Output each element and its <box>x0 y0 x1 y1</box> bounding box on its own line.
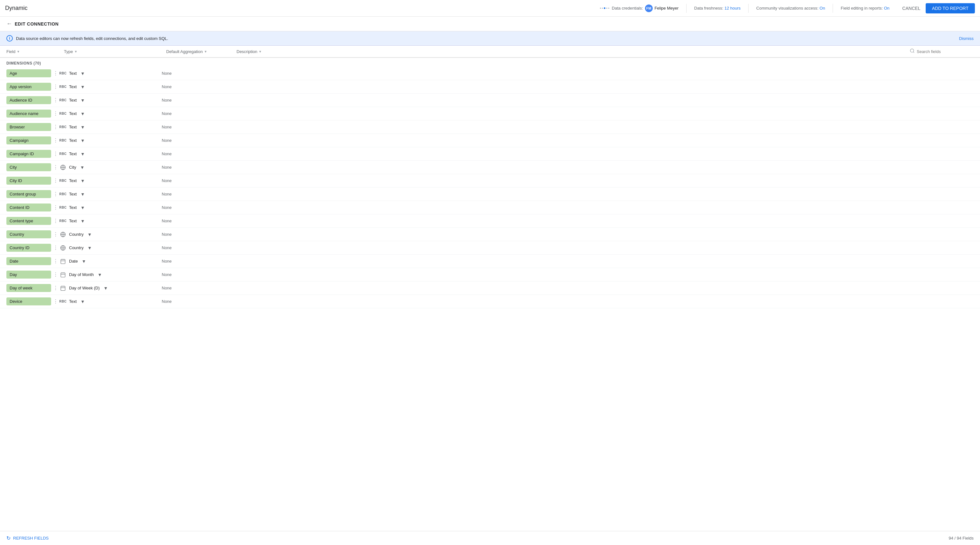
search-input[interactable] <box>917 49 961 54</box>
divider <box>833 4 833 13</box>
type-dropdown-arrow[interactable]: ▼ <box>88 245 92 251</box>
type-dropdown-arrow[interactable]: ▼ <box>103 286 108 291</box>
cancel-button[interactable]: CANCEL <box>897 3 926 13</box>
drag-handle[interactable]: ⋮ <box>53 245 59 251</box>
drag-handle[interactable]: ⋮ <box>53 258 59 264</box>
drag-handle[interactable]: ⋮ <box>53 70 59 76</box>
sort-arrow-agg[interactable]: ▼ <box>204 50 207 53</box>
field-editing-value: On <box>884 6 889 11</box>
type-label: Text <box>69 151 77 156</box>
drag-handle[interactable]: ⋮ <box>53 231 59 237</box>
abc-icon: RBC <box>59 177 67 184</box>
calendar-icon <box>59 284 67 292</box>
type-dropdown-arrow[interactable]: ▼ <box>81 151 85 157</box>
back-icon[interactable]: ← <box>6 21 12 27</box>
agg-col: None <box>162 299 232 304</box>
field-chip: Browser <box>6 123 51 131</box>
dot <box>608 8 609 9</box>
dots-indicator <box>600 7 609 9</box>
field-editing: Field editing in reports: On <box>841 6 889 11</box>
drag-handle[interactable]: ⋮ <box>53 191 59 197</box>
type-dropdown-arrow[interactable]: ▼ <box>81 71 85 76</box>
type-dropdown-arrow[interactable]: ▼ <box>97 272 102 277</box>
table-row: Audience ID ⋮ RBC Text ▼ None <box>0 94 980 107</box>
col-header-desc: Description ▼ <box>237 49 910 54</box>
geo-icon <box>59 245 67 251</box>
dismiss-button[interactable]: Dismiss <box>959 36 974 41</box>
field-chip: Date <box>6 257 51 265</box>
drag-handle[interactable]: ⋮ <box>53 285 59 291</box>
type-dropdown-arrow[interactable]: ▼ <box>81 138 85 143</box>
type-dropdown-arrow[interactable]: ▼ <box>81 98 85 103</box>
agg-col: None <box>162 259 232 264</box>
sort-arrow-field[interactable]: ▼ <box>17 50 20 53</box>
agg-col: None <box>162 138 232 143</box>
type-col: RBC Text ▼ <box>59 204 162 211</box>
agg-col: None <box>162 178 232 183</box>
drag-handle[interactable]: ⋮ <box>53 124 59 130</box>
sort-arrow-desc[interactable]: ▼ <box>259 50 262 53</box>
type-dropdown-arrow[interactable]: ▼ <box>88 232 92 237</box>
fields-count: 94 / 94 Fields <box>949 536 974 540</box>
type-dropdown-arrow[interactable]: ▼ <box>81 192 85 197</box>
type-col: RBC Text ▼ <box>59 177 162 184</box>
drag-handle[interactable]: ⋮ <box>53 84 59 90</box>
drag-handle[interactable]: ⋮ <box>53 97 59 103</box>
drag-handle[interactable]: ⋮ <box>53 151 59 157</box>
type-col: RBC Text ▼ <box>59 298 162 305</box>
type-label: Text <box>69 125 77 129</box>
type-label: Text <box>69 84 77 89</box>
type-col: RBC Text ▼ <box>59 124 162 131</box>
type-label: Country <box>69 232 84 237</box>
refresh-fields-button[interactable]: ↻ REFRESH FIELDS <box>6 535 49 541</box>
drag-handle[interactable]: ⋮ <box>53 299 59 304</box>
type-dropdown-arrow[interactable]: ▼ <box>80 165 84 170</box>
type-dropdown-arrow[interactable]: ▼ <box>81 259 86 264</box>
col-header-type: Type ▼ <box>64 49 166 54</box>
type-label: City <box>69 165 76 170</box>
table-row: City ⋮ City ▼ None <box>0 161 980 174</box>
drag-handle[interactable]: ⋮ <box>53 272 59 278</box>
type-dropdown-arrow[interactable]: ▼ <box>81 84 85 89</box>
rows-container: Age ⋮ RBC Text ▼ None App version ⋮ RBC … <box>0 67 980 308</box>
type-dropdown-arrow[interactable]: ▼ <box>81 111 85 116</box>
data-credentials: Data credentials: FM Felipe Meyer <box>612 5 679 12</box>
type-col: RBC Text ▼ <box>59 110 162 117</box>
community-viz-value: On <box>819 6 825 11</box>
dot <box>606 8 607 9</box>
type-dropdown-arrow[interactable]: ▼ <box>81 178 85 183</box>
footer: ↻ REFRESH FIELDS 94 / 94 Fields <box>0 531 980 545</box>
svg-rect-19 <box>61 286 65 291</box>
section-dimensions: DIMENSIONS (70) <box>0 58 980 67</box>
drag-handle[interactable]: ⋮ <box>53 137 59 143</box>
drag-handle[interactable]: ⋮ <box>53 111 59 117</box>
sort-arrow-type[interactable]: ▼ <box>74 50 77 53</box>
abc-icon: RBC <box>59 218 67 225</box>
type-dropdown-arrow[interactable]: ▼ <box>81 299 85 304</box>
type-col: Day of Week (D) ▼ <box>59 284 162 292</box>
table-row: City ID ⋮ RBC Text ▼ None <box>0 174 980 187</box>
field-chip: Day of week <box>6 284 51 292</box>
drag-handle[interactable]: ⋮ <box>53 164 59 170</box>
field-chip: Device <box>6 297 51 305</box>
drag-handle[interactable]: ⋮ <box>53 205 59 211</box>
type-dropdown-arrow[interactable]: ▼ <box>81 205 85 210</box>
type-col: Country ▼ <box>59 231 162 238</box>
add-to-report-button[interactable]: ADD TO REPORT <box>926 3 975 13</box>
abc-icon: RBC <box>59 97 67 104</box>
field-chip: Campaign ID <box>6 150 51 158</box>
drag-handle[interactable]: ⋮ <box>53 178 59 184</box>
geo-icon <box>59 231 67 238</box>
type-dropdown-arrow[interactable]: ▼ <box>81 125 85 130</box>
abc-icon: RBC <box>59 151 67 157</box>
field-chip: Day <box>6 270 51 278</box>
svg-line-1 <box>913 52 914 53</box>
type-dropdown-arrow[interactable]: ▼ <box>81 219 85 224</box>
data-freshness: Data freshness: 12 hours <box>694 6 741 11</box>
abc-icon: RBC <box>59 298 67 305</box>
table-row: Date ⋮ Date ▼ None <box>0 254 980 268</box>
drag-handle[interactable]: ⋮ <box>53 218 59 224</box>
agg-col: None <box>162 71 232 76</box>
agg-col: None <box>162 125 232 129</box>
type-col: RBC Text ▼ <box>59 83 162 91</box>
